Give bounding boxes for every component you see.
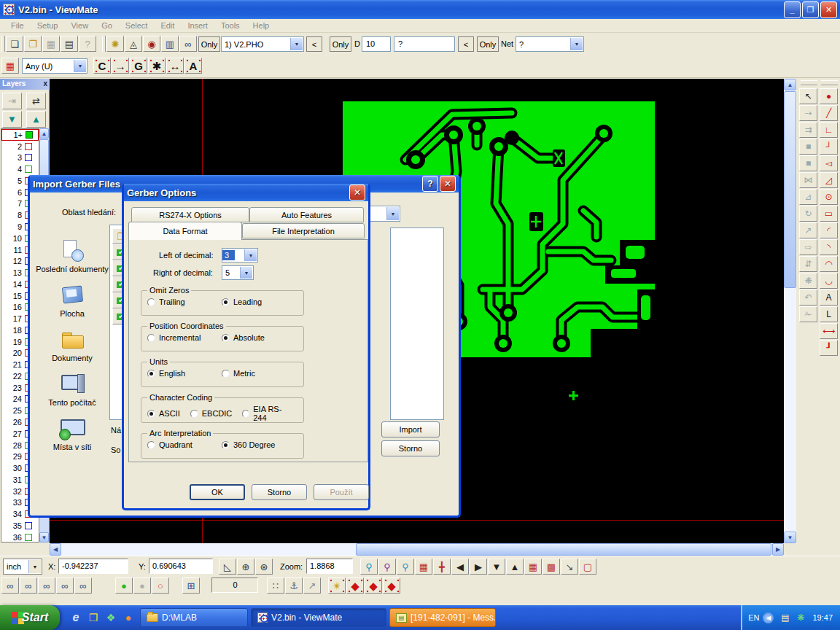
radio-ebcdic[interactable]: EBCDIC <box>190 409 233 418</box>
scroll-up-icon[interactable]: ▲ <box>784 79 796 90</box>
vertical-scrollbar[interactable]: ▲ ▼ <box>784 79 796 543</box>
folder-launch-icon[interactable]: ❐ <box>86 610 101 626</box>
grid-step-icon[interactable]: ▦ <box>524 559 542 575</box>
firefox-icon[interactable]: ● <box>121 610 136 626</box>
film-colors-button[interactable]: ⇄ <box>26 93 46 109</box>
aperture-grid-icon[interactable]: ▦ <box>1 58 19 74</box>
flash-mode-icon[interactable]: ✴ <box>328 578 346 594</box>
draw-flash-icon[interactable]: ● <box>820 88 838 104</box>
c-code-icon[interactable]: C <box>93 58 111 74</box>
menu-item-select[interactable]: Select <box>119 20 155 31</box>
right-of-decimal-combo[interactable]: 5 ▼ <box>222 265 254 280</box>
layer-row[interactable]: 1+ <box>1 129 39 141</box>
grid-icon[interactable]: ╋ <box>433 559 451 575</box>
tray-collapse-icon[interactable]: ◀ <box>763 612 774 623</box>
dot-grid-icon[interactable]: ∷ <box>267 578 284 594</box>
open-folder-icon[interactable]: ❐ <box>24 36 42 52</box>
tab-data-format[interactable]: Data Format <box>128 222 242 240</box>
view-flash-glasses-icon[interactable]: ∞ <box>1 578 19 594</box>
g-code-icon[interactable]: G <box>130 58 147 74</box>
draw-ltext-icon[interactable]: L <box>820 306 838 322</box>
rotate-icon[interactable]: ↻ <box>799 206 817 222</box>
draw-triangle-icon[interactable]: ◿ <box>820 172 838 188</box>
left-of-decimal-combo[interactable]: 3 ▼ <box>222 248 258 262</box>
dock-panel-button[interactable]: ⇥ <box>2 93 22 109</box>
anchor-icon[interactable]: ⚓ <box>285 578 303 594</box>
toolbar-grip[interactable] <box>102 36 106 52</box>
aperture-type-combo[interactable]: Any (U) ▼ <box>22 58 88 74</box>
layer-color-swatch[interactable] <box>26 131 33 139</box>
net-combo[interactable]: ? ▼ <box>516 36 584 52</box>
tab-auto-features[interactable]: Auto Features <box>249 207 364 222</box>
layers-close-icon[interactable]: x <box>43 79 47 89</box>
tab-file-interpretation[interactable]: File Interpretation <box>242 223 365 238</box>
tab-rs274x-options[interactable]: RS274-X Options <box>131 207 249 222</box>
radio-quadrant[interactable]: Quadrant <box>147 440 222 449</box>
place-desktop[interactable]: Plocha <box>36 284 109 318</box>
resize-window-icon[interactable]: ↘ <box>561 559 578 575</box>
scroll-right-icon[interactable]: ▶ <box>772 543 784 556</box>
pan-right-icon[interactable]: ▶ <box>470 559 487 575</box>
toolbar-grip[interactable] <box>821 80 838 85</box>
only-net-button[interactable]: Only <box>477 36 499 52</box>
settings-gear-icon[interactable]: ❋ <box>799 273 817 289</box>
place-docs[interactable]: Dokumenty <box>36 328 109 362</box>
draw-corner-icon[interactable]: ┘ <box>820 139 838 155</box>
measure-tool-icon[interactable]: ◬ <box>125 36 142 52</box>
chevron-down-icon[interactable]: ▼ <box>244 249 257 261</box>
pad-mode-icon[interactable]: ◆ <box>346 578 364 594</box>
prev-layer-button[interactable]: < <box>306 36 322 52</box>
book-icon[interactable]: ❖ <box>104 610 118 626</box>
place-computer[interactable]: Tento počítač <box>36 373 109 407</box>
film-colors-icon[interactable]: ▥ <box>161 36 179 52</box>
layer-row[interactable]: 35 <box>1 520 39 532</box>
layer-color-swatch[interactable] <box>25 166 32 173</box>
taskbar-item-mlab[interactable]: D:\MLAB <box>140 608 248 627</box>
origin-icon[interactable]: ⊕ <box>237 559 254 575</box>
scroll-thumb[interactable] <box>784 91 796 288</box>
scroll-thumb[interactable] <box>356 543 771 556</box>
units-combo[interactable]: inch ▼ <box>3 559 42 575</box>
cancel-button[interactable]: Storno <box>381 440 440 456</box>
scroll-down-icon[interactable]: ▼ <box>39 532 49 542</box>
new-file-icon[interactable]: ❏ <box>6 36 23 52</box>
layer-row[interactable]: 2 <box>1 141 39 152</box>
menu-item-help[interactable]: Help <box>246 20 276 31</box>
language-indicator[interactable]: EN <box>748 613 759 622</box>
reorder-icon[interactable]: ⇵ <box>799 256 817 272</box>
glasses-ruler-icon[interactable]: ∞ <box>179 36 197 52</box>
undo-icon[interactable]: ↶ <box>799 289 817 306</box>
radio-ascii[interactable]: ASCII <box>147 409 180 418</box>
close-icon[interactable]: ✕ <box>349 184 365 201</box>
zoom-select-icon[interactable]: ⚲ <box>397 559 414 575</box>
zoom-window-icon[interactable]: ⚲ <box>360 559 378 575</box>
radio-metric[interactable]: Metric <box>222 369 255 378</box>
chevron-down-icon[interactable]: ▼ <box>386 207 399 220</box>
scroll-up-icon[interactable]: ▲ <box>39 128 49 139</box>
scale-icon[interactable]: ↗ <box>799 222 817 238</box>
menu-item-tools[interactable]: Tools <box>214 20 246 31</box>
taskbar-item-messenger[interactable]: ▤ [191-482-091] - Mess... <box>389 608 496 627</box>
stretch-icon[interactable]: ↗ <box>303 578 321 594</box>
close-icon[interactable]: ✕ <box>440 176 456 192</box>
print-icon[interactable]: ▤ <box>61 36 78 52</box>
layer-row[interactable]: 4 <box>1 163 39 175</box>
dcode-input[interactable]: 10 <box>362 36 391 52</box>
draw-polyline-icon[interactable]: ∟ <box>820 122 838 138</box>
prev-dcode-button[interactable]: < <box>458 36 474 52</box>
scroll-left-icon[interactable]: ◀ <box>50 543 61 556</box>
menu-item-setup[interactable]: Setup <box>31 20 65 31</box>
dimension-icon[interactable]: ⟷ <box>820 323 838 339</box>
snap-target-icon[interactable]: ◉ <box>143 36 160 52</box>
radio-english[interactable]: English <box>147 369 222 378</box>
minimize-button[interactable]: _ <box>784 1 801 18</box>
tile-windows-icon[interactable]: ⊞ <box>182 578 200 594</box>
mirror-vertical-icon[interactable]: ⋈ <box>799 172 817 188</box>
radio-leading[interactable]: Leading <box>222 298 262 306</box>
move-flash-icon[interactable]: ⇢ <box>799 105 817 121</box>
only-dcode-button[interactable]: Only <box>330 36 351 52</box>
goto-arrow-icon[interactable]: → <box>112 58 129 74</box>
draw-fan-icon[interactable]: ◅ <box>820 155 838 171</box>
toolbar-grip[interactable] <box>801 80 817 85</box>
start-button[interactable]: Start <box>0 605 60 630</box>
